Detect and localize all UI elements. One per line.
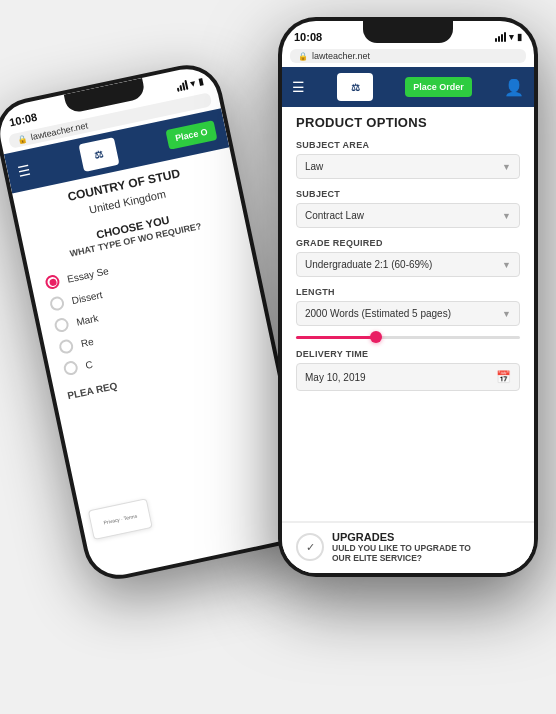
front-battery-icon: ▮ <box>517 32 522 42</box>
front-phone: 10:08 ▾ ▮ 🔒 lawteacher.net <box>278 17 538 577</box>
scene: 10:08 ▾ ▮ 🔒 lawteacher.net <box>18 17 538 697</box>
front-place-order-button[interactable]: Place Order <box>405 77 472 97</box>
upgrades-title: UPGRADES <box>332 531 471 543</box>
subject-area-select[interactable]: Law ▼ <box>296 154 520 179</box>
subject-value: Contract Law <box>305 210 364 221</box>
delivery-date-select[interactable]: May 10, 2019 📅 <box>296 363 520 391</box>
front-phone-notch <box>363 21 453 43</box>
back-content: COUNTRY OF STUD United Kingdom CHOOSE YO… <box>12 147 276 411</box>
delivery-value: May 10, 2019 <box>305 372 366 383</box>
recaptcha-text: Privacy · Terms <box>103 513 138 526</box>
length-label: LENGTH <box>296 287 520 297</box>
delivery-label: DELIVERY TIME <box>296 349 520 359</box>
radio-label-mark: Mark <box>75 312 99 327</box>
radio-circle-re[interactable] <box>58 338 75 355</box>
radio-circle-c[interactable] <box>62 360 79 377</box>
signal-bars-icon <box>176 80 189 92</box>
radio-circle-dissert[interactable] <box>49 295 66 312</box>
calendar-icon: 📅 <box>496 370 511 384</box>
subject-area-chevron-icon: ▼ <box>502 162 511 172</box>
recaptcha-front: ✓ <box>296 533 324 561</box>
subject-chevron-icon: ▼ <box>502 211 511 221</box>
front-url-bar: 🔒 lawteacher.net <box>290 49 526 63</box>
slider-thumb[interactable] <box>370 331 382 343</box>
grade-select[interactable]: Undergraduate 2:1 (60-69%) ▼ <box>296 252 520 277</box>
radio-circle-mark[interactable] <box>53 317 70 334</box>
front-content: PRODUCT OPTIONS SUBJECT AREA Law ▼ SUBJE… <box>282 107 534 409</box>
upgrades-section: ✓ UPGRADES UULD YOU LIKE TO UPGRADE TO O… <box>282 521 534 573</box>
length-value: 2000 Words (Estimated 5 pages) <box>305 308 451 319</box>
subject-area-value: Law <box>305 161 323 172</box>
battery-icon: ▮ <box>197 76 204 87</box>
length-chevron-icon: ▼ <box>502 309 511 319</box>
back-place-order-button[interactable]: Place O <box>165 120 217 150</box>
radio-label-re: Re <box>80 335 95 348</box>
product-options-title: PRODUCT OPTIONS <box>296 115 520 130</box>
grade-chevron-icon: ▼ <box>502 260 511 270</box>
radio-circle-essay[interactable] <box>44 274 61 291</box>
front-status-icons: ▾ ▮ <box>495 32 522 42</box>
subject-select[interactable]: Contract Law ▼ <box>296 203 520 228</box>
back-hamburger-icon[interactable]: ☰ <box>16 162 32 178</box>
back-phone: 10:08 ▾ ▮ 🔒 lawteacher.net <box>0 58 316 585</box>
grade-label: GRADE REQUIRED <box>296 238 520 248</box>
front-user-icon[interactable]: 👤 <box>504 78 524 97</box>
front-nav-bar: ☰ ⚖ Place Order 👤 <box>282 67 534 107</box>
back-logo: ⚖ <box>78 137 119 172</box>
front-logo: ⚖ <box>337 73 373 101</box>
radio-label-c: C <box>84 358 93 370</box>
slider-fill <box>296 336 374 339</box>
front-hamburger-icon[interactable]: ☰ <box>292 80 305 94</box>
grade-value: Undergraduate 2:1 (60-69%) <box>305 259 432 270</box>
front-wifi-icon: ▾ <box>509 32 514 42</box>
front-signal-bars-icon <box>495 32 506 42</box>
subject-area-label: SUBJECT AREA <box>296 140 520 150</box>
back-time: 10:08 <box>8 111 38 129</box>
front-time: 10:08 <box>294 31 322 43</box>
subject-label: SUBJECT <box>296 189 520 199</box>
back-status-icons: ▾ ▮ <box>176 76 204 91</box>
back-lock-icon: 🔒 <box>16 134 28 145</box>
back-recaptcha: Privacy · Terms <box>88 498 153 540</box>
upgrades-sub2: OUR ELITE SERVICE? <box>332 553 471 563</box>
slider-track <box>296 336 520 339</box>
front-url-text: lawteacher.net <box>312 51 370 61</box>
upgrades-subtitle: UULD YOU LIKE TO UPGRADE TO <box>332 543 471 553</box>
length-select[interactable]: 2000 Words (Estimated 5 pages) ▼ <box>296 301 520 326</box>
wifi-icon: ▾ <box>189 78 196 89</box>
length-slider[interactable] <box>296 336 520 339</box>
radio-label-dissert: Dissert <box>71 289 104 306</box>
front-lock-icon: 🔒 <box>298 52 308 61</box>
